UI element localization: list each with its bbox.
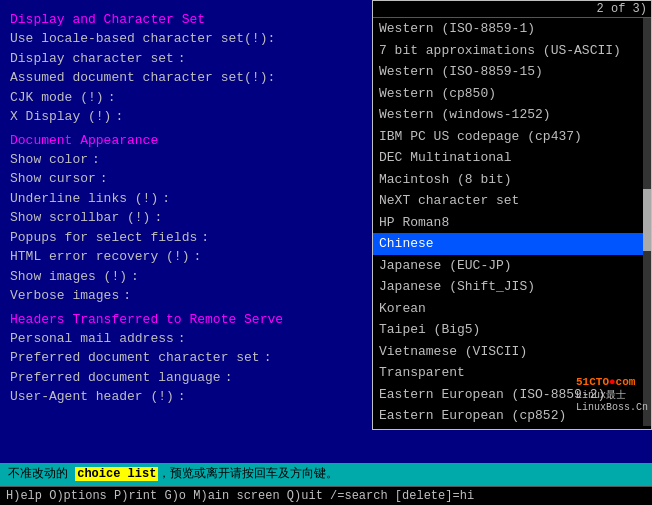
- setting-label: Preferred document language: [10, 368, 221, 388]
- scrollbar-thumb[interactable]: [643, 189, 651, 250]
- setting-label: Show scrollbar (!): [10, 208, 150, 228]
- watermark: 51CTO●com Linux最士LinuxBoss.Cn: [576, 376, 648, 413]
- setting-label: X Display (!): [10, 107, 111, 127]
- bottom-bar: 不准改动的 choice list，预览或离开请按回车及方向键。: [0, 463, 652, 486]
- bottom-suffix: ，预览或离开请按回车及方向键。: [158, 467, 338, 481]
- setting-label: Show color: [10, 150, 88, 170]
- dropdown-item[interactable]: Macintosh (8 bit): [373, 169, 651, 191]
- setting-label: CJK mode (!): [10, 88, 104, 108]
- character-set-dropdown[interactable]: 2 of 3) Western (ISO-8859-1)7 bit approx…: [372, 0, 652, 430]
- dropdown-item[interactable]: Western (cp850): [373, 83, 651, 105]
- main-container: Display and Character Set Use locale-bas…: [0, 0, 652, 505]
- setting-label: Verbose images: [10, 286, 119, 306]
- setting-label: Popups for select fields: [10, 228, 197, 248]
- setting-label: Assumed document character set(!):: [10, 68, 275, 88]
- setting-label: Show images (!): [10, 267, 127, 287]
- status-bar: H)elp O)ptions P)rint G)o M)ain screen Q…: [0, 486, 652, 505]
- bottom-prefix: 不准改动的: [8, 467, 75, 481]
- setting-label: User-Agent header (!): [10, 387, 174, 407]
- setting-label: Show cursor: [10, 169, 96, 189]
- setting-label: Use locale-based character set(!):: [10, 29, 275, 49]
- dropdown-item[interactable]: Japanese (Shift_JIS): [373, 276, 651, 298]
- dropdown-item[interactable]: NeXT character set: [373, 190, 651, 212]
- dropdown-item[interactable]: Japanese (EUC-JP): [373, 255, 651, 277]
- dropdown-item[interactable]: DEC Multinational: [373, 147, 651, 169]
- watermark-linuxboss: Linux最士LinuxBoss.Cn: [576, 388, 648, 413]
- content-area: Display and Character Set Use locale-bas…: [0, 0, 652, 463]
- setting-label: Display character set: [10, 49, 174, 69]
- setting-label: Preferred document character set: [10, 348, 260, 368]
- dropdown-item[interactable]: IBM PC US codepage (cp437): [373, 126, 651, 148]
- dropdown-item[interactable]: HP Roman8: [373, 212, 651, 234]
- setting-label: Underline links (!): [10, 189, 158, 209]
- scrollbar[interactable]: [643, 18, 651, 426]
- dropdown-item[interactable]: 7 bit approximations (US-ASCII): [373, 40, 651, 62]
- dropdown-list[interactable]: Western (ISO-8859-1)7 bit approximations…: [373, 18, 651, 426]
- dropdown-item[interactable]: Vietnamese (VISCII): [373, 341, 651, 363]
- dropdown-item[interactable]: Taipei (Big5): [373, 319, 651, 341]
- setting-label: HTML error recovery (!): [10, 247, 189, 267]
- bottom-highlight: choice list: [75, 467, 158, 481]
- setting-label: Personal mail address: [10, 329, 174, 349]
- dropdown-item[interactable]: Western (ISO-8859-15): [373, 61, 651, 83]
- dropdown-item[interactable]: Western (windows-1252): [373, 104, 651, 126]
- dropdown-item[interactable]: Korean: [373, 298, 651, 320]
- status-text: H)elp O)ptions P)rint G)o M)ain screen Q…: [6, 489, 474, 503]
- watermark-51cto: 51CTO●com: [576, 376, 648, 388]
- dropdown-item[interactable]: Western (ISO-8859-1): [373, 18, 651, 40]
- dropdown-header: 2 of 3): [373, 1, 651, 18]
- dropdown-item[interactable]: Chinese: [373, 233, 651, 255]
